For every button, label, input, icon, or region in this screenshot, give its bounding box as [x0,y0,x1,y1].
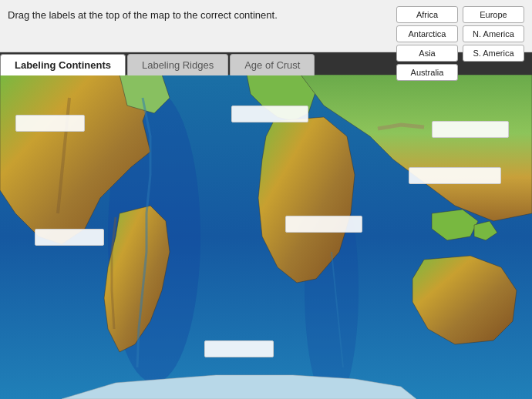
label-asia[interactable]: Asia [396,45,458,62]
label-australia[interactable]: Australia [396,64,458,81]
dropzone-europe[interactable] [231,106,308,122]
instructions-text: Drag the labels at the top of the map to… [8,6,389,21]
tab-bar: Labeling Continents Labeling Ridges Age … [0,52,316,75]
tab-continents[interactable]: Labeling Continents [0,54,126,75]
dropzone-south-america[interactable] [285,216,362,233]
tab-crust[interactable]: Age of Crust [230,54,315,75]
dropzone-africa[interactable] [409,167,501,184]
tab-ridges[interactable]: Labeling Ridges [127,54,228,75]
map-background [0,75,532,399]
label-antarctica[interactable]: Antarctica [396,25,458,42]
main-container: Drag the labels at the top of the map to… [0,0,532,399]
label-s-america[interactable]: S. America [463,45,524,62]
top-bar: Drag the labels at the top of the map to… [0,0,532,52]
dropzone-antarctica[interactable] [204,340,274,357]
dropzone-australia[interactable] [35,229,104,246]
dropzone-asia[interactable] [432,121,509,138]
map-area [0,75,532,399]
label-europe[interactable]: Europe [463,6,524,23]
label-n-america[interactable]: N. America [463,25,524,42]
label-africa[interactable]: Africa [396,6,458,23]
labels-grid: Africa Europe Antarctica N. America Asia… [396,6,524,81]
dropzone-north-america[interactable] [15,115,85,132]
